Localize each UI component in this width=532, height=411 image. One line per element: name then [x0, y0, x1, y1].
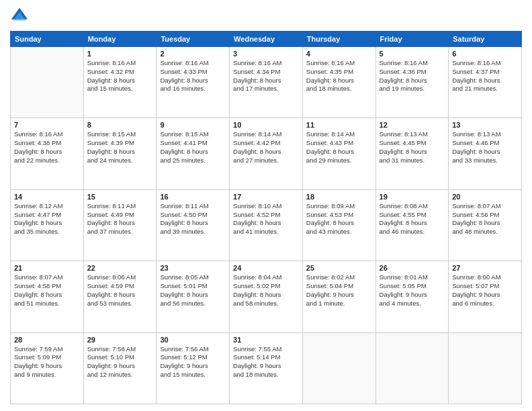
- calendar-cell: 29Sunrise: 7:58 AMSunset: 5:10 PMDayligh…: [83, 332, 157, 404]
- day-info: Sunrise: 8:14 AMSunset: 4:43 PMDaylight:…: [306, 130, 372, 165]
- calendar-cell: 3Sunrise: 8:16 AMSunset: 4:34 PMDaylight…: [230, 47, 303, 118]
- day-number: 29: [87, 336, 153, 344]
- day-number: 21: [14, 264, 80, 272]
- day-info: Sunrise: 8:05 AMSunset: 5:01 PMDaylight:…: [160, 273, 226, 308]
- weekday-header-wednesday: Wednesday: [230, 32, 303, 47]
- calendar-cell: 20Sunrise: 8:07 AMSunset: 4:56 PMDayligh…: [449, 189, 522, 261]
- week-row-3: 14Sunrise: 8:12 AMSunset: 4:47 PMDayligh…: [11, 189, 522, 261]
- weekday-header-tuesday: Tuesday: [157, 32, 230, 47]
- day-number: 11: [306, 121, 372, 129]
- day-info: Sunrise: 8:01 AMSunset: 5:05 PMDaylight:…: [380, 273, 445, 308]
- day-info: Sunrise: 8:06 AMSunset: 4:59 PMDaylight:…: [87, 273, 153, 308]
- day-number: 23: [160, 264, 226, 272]
- calendar-cell: 14Sunrise: 8:12 AMSunset: 4:47 PMDayligh…: [11, 189, 84, 261]
- page: SundayMondayTuesdayWednesdayThursdayFrid…: [0, 0, 532, 411]
- weekday-header-sunday: Sunday: [11, 32, 84, 47]
- day-number: 3: [233, 50, 299, 58]
- day-info: Sunrise: 8:15 AMSunset: 4:41 PMDaylight:…: [160, 130, 226, 165]
- day-info: Sunrise: 8:16 AMSunset: 4:36 PMDaylight:…: [380, 59, 445, 93]
- calendar-table: SundayMondayTuesdayWednesdayThursdayFrid…: [10, 31, 522, 404]
- day-info: Sunrise: 8:16 AMSunset: 4:37 PMDaylight:…: [452, 59, 518, 93]
- weekday-header-monday: Monday: [83, 32, 157, 47]
- calendar-cell: 9Sunrise: 8:15 AMSunset: 4:41 PMDaylight…: [157, 118, 230, 189]
- day-number: 27: [452, 264, 518, 272]
- day-number: 26: [380, 264, 445, 272]
- logo-icon: [10, 7, 29, 26]
- day-number: 30: [160, 336, 226, 344]
- calendar-cell: 27Sunrise: 8:00 AMSunset: 5:07 PMDayligh…: [449, 261, 522, 332]
- calendar-cell: 16Sunrise: 8:11 AMSunset: 4:50 PMDayligh…: [157, 189, 230, 261]
- day-info: Sunrise: 7:59 AMSunset: 5:09 PMDaylight:…: [14, 345, 80, 379]
- week-row-2: 7Sunrise: 8:16 AMSunset: 4:38 PMDaylight…: [11, 118, 522, 189]
- calendar-cell: 28Sunrise: 7:59 AMSunset: 5:09 PMDayligh…: [11, 332, 84, 404]
- day-info: Sunrise: 8:16 AMSunset: 4:32 PMDaylight:…: [87, 59, 153, 93]
- day-number: 12: [380, 121, 445, 129]
- calendar-cell: 22Sunrise: 8:06 AMSunset: 4:59 PMDayligh…: [83, 261, 157, 332]
- day-number: 6: [452, 50, 518, 58]
- calendar-cell: 7Sunrise: 8:16 AMSunset: 4:38 PMDaylight…: [11, 118, 84, 189]
- day-number: 7: [14, 121, 80, 129]
- calendar-cell: 5Sunrise: 8:16 AMSunset: 4:36 PMDaylight…: [375, 47, 449, 118]
- day-number: 17: [233, 193, 299, 201]
- week-row-5: 28Sunrise: 7:59 AMSunset: 5:09 PMDayligh…: [11, 332, 522, 404]
- calendar-cell: 26Sunrise: 8:01 AMSunset: 5:05 PMDayligh…: [375, 261, 449, 332]
- weekday-header-row: SundayMondayTuesdayWednesdayThursdayFrid…: [11, 32, 522, 47]
- day-info: Sunrise: 8:16 AMSunset: 4:34 PMDaylight:…: [233, 59, 299, 93]
- day-number: 9: [160, 121, 226, 129]
- calendar-cell: [375, 332, 449, 404]
- calendar-cell: 25Sunrise: 8:02 AMSunset: 5:04 PMDayligh…: [302, 261, 375, 332]
- day-number: 16: [160, 193, 226, 201]
- calendar-cell: [11, 47, 84, 118]
- day-info: Sunrise: 8:16 AMSunset: 4:35 PMDaylight:…: [306, 59, 372, 93]
- logo: [10, 7, 32, 26]
- calendar-cell: 30Sunrise: 7:56 AMSunset: 5:12 PMDayligh…: [157, 332, 230, 404]
- day-info: Sunrise: 8:04 AMSunset: 5:02 PMDaylight:…: [233, 273, 299, 308]
- calendar-cell: 21Sunrise: 8:07 AMSunset: 4:58 PMDayligh…: [11, 261, 84, 332]
- day-info: Sunrise: 8:16 AMSunset: 4:38 PMDaylight:…: [14, 130, 80, 165]
- day-info: Sunrise: 8:07 AMSunset: 4:58 PMDaylight:…: [14, 273, 80, 308]
- day-number: 15: [87, 193, 153, 201]
- calendar-cell: 17Sunrise: 8:10 AMSunset: 4:52 PMDayligh…: [230, 189, 303, 261]
- calendar-cell: 12Sunrise: 8:13 AMSunset: 4:45 PMDayligh…: [375, 118, 449, 189]
- day-info: Sunrise: 8:15 AMSunset: 4:39 PMDaylight:…: [87, 130, 153, 165]
- day-number: 10: [233, 121, 299, 129]
- weekday-header-friday: Friday: [375, 32, 449, 47]
- calendar-cell: 4Sunrise: 8:16 AMSunset: 4:35 PMDaylight…: [302, 47, 375, 118]
- weekday-header-thursday: Thursday: [302, 32, 375, 47]
- day-info: Sunrise: 8:02 AMSunset: 5:04 PMDaylight:…: [306, 273, 372, 308]
- calendar-cell: 23Sunrise: 8:05 AMSunset: 5:01 PMDayligh…: [157, 261, 230, 332]
- day-info: Sunrise: 7:55 AMSunset: 5:14 PMDaylight:…: [233, 345, 299, 379]
- weekday-header-saturday: Saturday: [449, 32, 522, 47]
- day-number: 4: [306, 50, 372, 58]
- day-number: 28: [14, 336, 80, 344]
- day-info: Sunrise: 8:00 AMSunset: 5:07 PMDaylight:…: [452, 273, 518, 308]
- day-number: 2: [160, 50, 226, 58]
- day-info: Sunrise: 8:10 AMSunset: 4:52 PMDaylight:…: [233, 202, 299, 236]
- calendar-cell: 19Sunrise: 8:08 AMSunset: 4:55 PMDayligh…: [375, 189, 449, 261]
- day-info: Sunrise: 8:12 AMSunset: 4:47 PMDaylight:…: [14, 202, 80, 236]
- calendar-cell: 13Sunrise: 8:13 AMSunset: 4:46 PMDayligh…: [449, 118, 522, 189]
- calendar-cell: 11Sunrise: 8:14 AMSunset: 4:43 PMDayligh…: [302, 118, 375, 189]
- day-info: Sunrise: 8:16 AMSunset: 4:33 PMDaylight:…: [160, 59, 226, 93]
- day-info: Sunrise: 8:13 AMSunset: 4:46 PMDaylight:…: [452, 130, 518, 165]
- day-info: Sunrise: 7:56 AMSunset: 5:12 PMDaylight:…: [160, 345, 226, 379]
- day-info: Sunrise: 8:07 AMSunset: 4:56 PMDaylight:…: [452, 202, 518, 236]
- day-number: 1: [87, 50, 153, 58]
- day-number: 8: [87, 121, 153, 129]
- calendar-cell: 31Sunrise: 7:55 AMSunset: 5:14 PMDayligh…: [230, 332, 303, 404]
- day-number: 22: [87, 264, 153, 272]
- calendar-cell: 8Sunrise: 8:15 AMSunset: 4:39 PMDaylight…: [83, 118, 157, 189]
- day-info: Sunrise: 7:58 AMSunset: 5:10 PMDaylight:…: [87, 345, 153, 379]
- day-number: 25: [306, 264, 372, 272]
- day-info: Sunrise: 8:08 AMSunset: 4:55 PMDaylight:…: [380, 202, 445, 236]
- calendar-cell: 10Sunrise: 8:14 AMSunset: 4:42 PMDayligh…: [230, 118, 303, 189]
- day-number: 20: [452, 193, 518, 201]
- day-info: Sunrise: 8:11 AMSunset: 4:50 PMDaylight:…: [160, 202, 226, 236]
- calendar-cell: [302, 332, 375, 404]
- day-info: Sunrise: 8:11 AMSunset: 4:49 PMDaylight:…: [87, 202, 153, 236]
- day-number: 14: [14, 193, 80, 201]
- day-info: Sunrise: 8:13 AMSunset: 4:45 PMDaylight:…: [380, 130, 445, 165]
- day-number: 5: [380, 50, 445, 58]
- day-number: 18: [306, 193, 372, 201]
- calendar-cell: [449, 332, 522, 404]
